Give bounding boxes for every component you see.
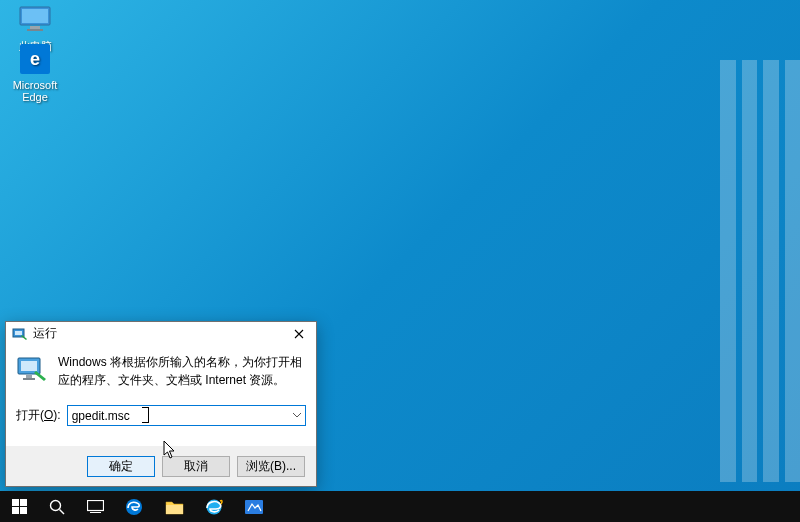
search-icon xyxy=(49,499,65,515)
ok-button[interactable]: 确定 xyxy=(87,456,155,477)
svg-rect-9 xyxy=(23,378,35,380)
svg-rect-11 xyxy=(20,499,27,506)
svg-rect-19 xyxy=(166,505,183,514)
svg-rect-12 xyxy=(12,507,19,514)
run-dialog-titlebar[interactable]: 运行 xyxy=(6,322,316,345)
chevron-down-icon xyxy=(293,413,301,418)
start-button[interactable] xyxy=(0,491,38,522)
this-pc-icon xyxy=(18,2,52,36)
svg-rect-16 xyxy=(87,501,103,511)
taskbar-pinned-app[interactable] xyxy=(234,491,274,522)
search-button[interactable] xyxy=(38,491,76,522)
edge-icon xyxy=(124,497,144,517)
cancel-button[interactable]: 取消 xyxy=(162,456,230,477)
run-dialog-description: Windows 将根据你所输入的名称，为你打开相应的程序、文件夹、文档或 Int… xyxy=(58,353,306,389)
run-title-icon xyxy=(12,326,28,342)
app-icon xyxy=(244,499,264,515)
open-input[interactable] xyxy=(67,405,306,426)
svg-rect-5 xyxy=(15,331,22,335)
svg-rect-2 xyxy=(30,26,40,29)
run-dialog-button-row: 确定 取消 浏览(B)... xyxy=(6,446,316,486)
svg-rect-3 xyxy=(27,29,43,31)
svg-rect-10 xyxy=(12,499,19,506)
svg-rect-13 xyxy=(20,507,27,514)
close-button[interactable] xyxy=(284,324,314,344)
taskbar-pinned-ie[interactable] xyxy=(194,491,234,522)
desktop-icon-label: Microsoft Edge xyxy=(5,79,65,103)
edge-icon: e xyxy=(18,42,52,76)
svg-rect-8 xyxy=(26,375,32,378)
task-view-icon xyxy=(87,500,104,513)
dropdown-button[interactable] xyxy=(288,406,305,425)
svg-line-15 xyxy=(60,509,65,514)
desktop-icon-edge[interactable]: e Microsoft Edge xyxy=(5,42,65,103)
taskbar-pinned-edge[interactable] xyxy=(114,491,154,522)
svg-point-14 xyxy=(51,500,61,510)
folder-icon xyxy=(165,499,184,515)
open-label: 打开(O): xyxy=(16,407,61,424)
run-body-icon xyxy=(16,353,48,385)
run-dialog: 运行 Windows 将根据你所输入的名称，为你打开相应的程序、文件夹、文档或 … xyxy=(5,321,317,487)
svg-rect-1 xyxy=(22,9,48,23)
internet-explorer-icon xyxy=(204,497,224,517)
close-icon xyxy=(294,329,304,339)
taskbar-spacer xyxy=(274,491,800,522)
taskbar-pinned-file-explorer[interactable] xyxy=(154,491,194,522)
task-view-button[interactable] xyxy=(76,491,114,522)
open-combobox[interactable] xyxy=(67,405,306,426)
browse-button[interactable]: 浏览(B)... xyxy=(237,456,305,477)
windows-logo-icon xyxy=(12,499,27,514)
svg-rect-17 xyxy=(90,512,101,513)
taskbar[interactable] xyxy=(0,491,800,522)
svg-rect-7 xyxy=(21,361,37,371)
run-dialog-title: 运行 xyxy=(33,325,284,342)
